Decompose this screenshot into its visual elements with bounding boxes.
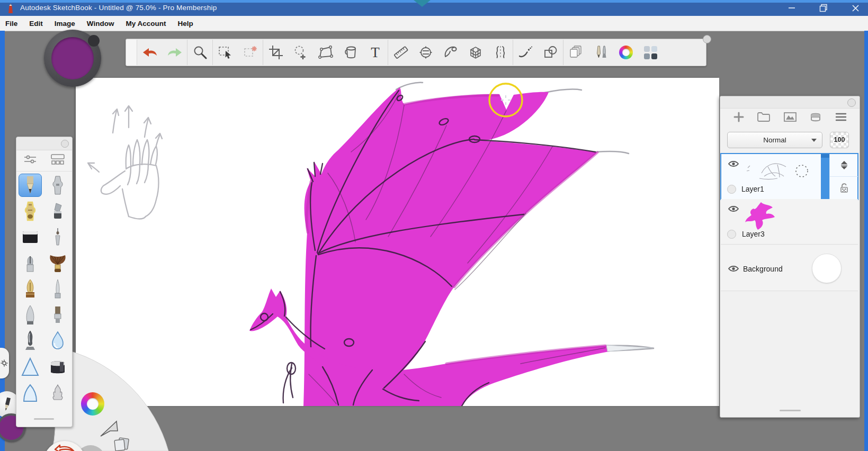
add-layer-icon [733, 111, 745, 123]
layer1-opacity-slider[interactable] [821, 154, 829, 199]
menu-bar: File Edit Image Window My Account Help [0, 16, 868, 31]
predictive-stroke-icon [518, 45, 533, 60]
current-color-swatch[interactable] [51, 37, 94, 79]
layer-reorder-button[interactable] [830, 154, 858, 177]
restore-icon [819, 4, 828, 12]
predictive-stroke-button[interactable] [513, 40, 538, 65]
close-button[interactable] [843, 0, 867, 16]
layer1-radio[interactable] [727, 185, 736, 194]
minimize-button[interactable] [780, 0, 804, 16]
ruler-tool-button[interactable] [388, 40, 413, 65]
layer3-visibility-eye-icon[interactable] [728, 204, 739, 213]
layer-row-background[interactable]: Background [721, 245, 858, 291]
french-curve-button[interactable] [438, 40, 463, 65]
fill-tool-button[interactable] [338, 40, 363, 65]
brush-pencil[interactable] [16, 172, 44, 198]
menu-file[interactable]: File [0, 16, 23, 31]
cone-brush-icon [22, 304, 38, 326]
menu-my-account[interactable]: My Account [120, 16, 172, 31]
erase-layer-button[interactable] [809, 111, 822, 125]
blend-mode-dropdown[interactable]: Normal [727, 132, 822, 148]
layer-row-layer1[interactable]: Layer1 [720, 153, 858, 200]
menu-window[interactable]: Window [81, 16, 120, 31]
magnifier-icon [193, 45, 208, 60]
brush-smear[interactable] [44, 380, 71, 405]
selection-tool-button[interactable] [213, 40, 238, 65]
brush-eraser-hard[interactable] [16, 224, 44, 250]
distort-icon [318, 45, 333, 60]
layers-panel-resize-handle[interactable] [780, 410, 801, 411]
layers-panel-close-icon[interactable] [847, 98, 856, 107]
minimize-icon [788, 4, 795, 12]
layer-lock-button[interactable] [830, 177, 858, 199]
brush-sets-icon [50, 154, 65, 165]
interface-layout-button[interactable] [638, 40, 663, 65]
text-tool-button[interactable]: T [363, 40, 388, 65]
menu-help[interactable]: Help [172, 16, 199, 31]
color-editor-button[interactable] [613, 40, 638, 65]
layer1-visibility-eye-icon[interactable] [728, 159, 739, 168]
layer-editor-button[interactable] [563, 40, 588, 65]
symmetry-tool-button[interactable] [488, 40, 513, 65]
brush-cone[interactable] [16, 302, 44, 328]
layers-panel-header[interactable] [720, 96, 860, 109]
brush-sets-button[interactable] [50, 154, 65, 167]
crop-tool-button[interactable] [263, 40, 288, 65]
puck-toggle-dot[interactable] [88, 35, 100, 47]
add-layer-button[interactable] [733, 111, 745, 125]
layer1-opacity-slider-cap[interactable] [821, 154, 829, 158]
blend-mode-value: Normal [763, 136, 786, 144]
brush-calligraphy-nib[interactable] [16, 276, 44, 302]
brush-library-button[interactable] [588, 40, 613, 65]
brush-bullet-marker[interactable] [16, 250, 44, 276]
layer-folder-button[interactable] [757, 111, 771, 125]
deselect-tool-button[interactable] [238, 40, 263, 65]
redo-button[interactable] [162, 40, 187, 65]
menu-edit[interactable]: Edit [23, 16, 49, 31]
hidden-palette-edge-tab[interactable] [0, 348, 9, 378]
brush-settings-button[interactable] [23, 154, 37, 167]
lagoon-transform-cursor-icon[interactable] [99, 417, 121, 438]
pencil-brush-icon [22, 176, 38, 195]
brush-palette-header[interactable] [16, 137, 72, 150]
brush-airbrush[interactable] [44, 172, 71, 198]
brush-fan[interactable] [44, 250, 71, 276]
shapes-tool-button[interactable] [538, 40, 563, 65]
brush-brass-airbrush[interactable] [16, 198, 44, 224]
brush-smudge-triangle[interactable] [16, 354, 44, 380]
menu-image[interactable]: Image [49, 16, 81, 31]
brush-watercolor-drop[interactable] [44, 328, 71, 354]
background-color-swatch[interactable] [812, 254, 842, 283]
brush-chrome-pen[interactable] [16, 328, 44, 354]
brush-smudge-round[interactable] [16, 380, 44, 405]
transform-tool-button[interactable] [288, 40, 313, 65]
perspective-guide-button[interactable] [463, 40, 488, 65]
lagoon-copy-pages-icon[interactable] [112, 437, 131, 451]
sketchbook-app-icon [6, 3, 15, 14]
brush-eraser-soft[interactable] [44, 354, 71, 380]
lagoon-color-wheel-icon[interactable] [81, 392, 104, 416]
text-tool-glyph: T [371, 46, 380, 60]
toolbar-grip[interactable] [126, 40, 137, 65]
brush-flat[interactable] [44, 302, 71, 328]
zoom-tool-button[interactable] [187, 40, 212, 65]
layer-row-layer3[interactable]: Layer3 [721, 199, 858, 245]
distort-tool-button[interactable] [313, 40, 338, 65]
brush-detail[interactable] [44, 224, 71, 250]
reorder-arrows-icon [839, 160, 849, 170]
palette-close-icon[interactable] [61, 140, 69, 148]
brush-inking-pen[interactable] [44, 276, 71, 302]
import-image-button[interactable] [783, 111, 797, 125]
undo-button[interactable] [137, 40, 162, 65]
brush-chisel-marker[interactable] [44, 198, 71, 224]
layer3-radio[interactable] [727, 230, 736, 239]
layer-opacity-field[interactable]: 100 [830, 132, 849, 148]
background-visibility-eye-icon[interactable] [728, 264, 739, 273]
layer-menu-button[interactable] [835, 112, 847, 124]
restore-button[interactable] [811, 0, 836, 16]
ellipse-guide-icon [418, 45, 433, 60]
brush-palette-tools [16, 150, 72, 172]
toolbar-dock-button[interactable] [703, 35, 711, 43]
palette-resize-handle[interactable] [34, 418, 54, 420]
ellipse-guide-button[interactable] [413, 40, 438, 65]
